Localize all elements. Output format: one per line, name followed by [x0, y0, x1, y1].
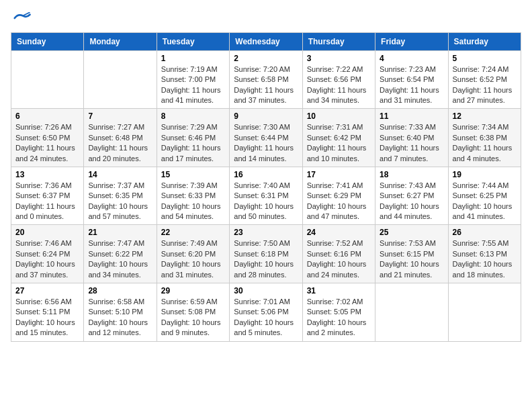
- day-sunrise: Sunrise: 7:40 AM: [234, 181, 290, 189]
- calendar-cell: 30 Sunrise: 7:01 AM Sunset: 5:06 PM Dayl…: [230, 283, 302, 342]
- day-sunrise: Sunrise: 7:29 AM: [161, 123, 218, 131]
- day-number: 24: [307, 228, 371, 237]
- day-number: 7: [88, 111, 152, 121]
- day-number: 23: [234, 228, 298, 237]
- day-number: 11: [380, 111, 443, 121]
- day-sunset: Sunset: 6:58 PM: [234, 75, 288, 83]
- calendar-cell: 1 Sunrise: 7:19 AM Sunset: 7:00 PM Dayli…: [157, 50, 229, 109]
- day-number: 5: [453, 54, 517, 63]
- calendar-cell: 21 Sunrise: 7:47 AM Sunset: 6:22 PM Dayl…: [84, 225, 157, 283]
- day-number: 3: [307, 54, 371, 63]
- day-daylight: Daylight: 11 hours and 31 minutes.: [380, 86, 439, 104]
- calendar-week-row: 6 Sunrise: 7:26 AM Sunset: 6:50 PM Dayli…: [11, 109, 521, 167]
- day-daylight: Daylight: 10 hours and 41 minutes.: [453, 202, 513, 220]
- day-sunrise: Sunrise: 7:47 AM: [88, 239, 144, 247]
- calendar-day-header: Tuesday: [157, 32, 229, 50]
- day-sunrise: Sunrise: 7:26 AM: [15, 123, 72, 131]
- day-number: 20: [15, 228, 79, 237]
- day-daylight: Daylight: 11 hours and 34 minutes.: [307, 86, 367, 104]
- day-sunrise: Sunrise: 6:56 AM: [15, 298, 72, 306]
- day-sunrise: Sunrise: 7:30 AM: [234, 123, 290, 131]
- day-sunrise: Sunrise: 7:20 AM: [234, 65, 290, 73]
- day-daylight: Daylight: 11 hours and 14 minutes.: [234, 144, 294, 162]
- calendar-cell: 15 Sunrise: 7:39 AM Sunset: 6:33 PM Dayl…: [157, 167, 229, 225]
- day-sunrise: Sunrise: 7:52 AM: [307, 239, 363, 247]
- logo-general: [11, 11, 32, 24]
- day-sunrise: Sunrise: 7:50 AM: [234, 239, 290, 247]
- day-sunrise: Sunrise: 6:59 AM: [161, 298, 218, 306]
- day-daylight: Daylight: 11 hours and 27 minutes.: [453, 86, 513, 104]
- calendar-day-header: Monday: [84, 32, 157, 50]
- day-sunset: Sunset: 6:56 PM: [307, 75, 361, 83]
- day-number: 21: [88, 228, 152, 237]
- day-number: 2: [234, 54, 298, 63]
- day-daylight: Daylight: 11 hours and 4 minutes.: [453, 144, 513, 162]
- day-sunrise: Sunrise: 7:37 AM: [88, 181, 144, 189]
- day-sunrise: Sunrise: 7:53 AM: [380, 239, 436, 247]
- day-daylight: Daylight: 10 hours and 28 minutes.: [234, 260, 294, 278]
- day-sunset: Sunset: 6:35 PM: [88, 191, 142, 199]
- calendar-cell: 14 Sunrise: 7:37 AM Sunset: 6:35 PM Dayl…: [84, 167, 157, 225]
- day-daylight: Daylight: 11 hours and 0 minutes.: [15, 202, 75, 220]
- calendar-cell: 8 Sunrise: 7:29 AM Sunset: 6:46 PM Dayli…: [157, 109, 229, 167]
- day-sunset: Sunset: 5:05 PM: [307, 308, 361, 316]
- calendar-header-row: SundayMondayTuesdayWednesdayThursdayFrid…: [11, 32, 521, 50]
- calendar-cell: 23 Sunrise: 7:50 AM Sunset: 6:18 PM Dayl…: [230, 225, 302, 283]
- day-sunset: Sunset: 6:33 PM: [161, 191, 216, 199]
- day-daylight: Daylight: 11 hours and 17 minutes.: [161, 144, 221, 162]
- day-daylight: Daylight: 10 hours and 47 minutes.: [307, 202, 367, 220]
- day-sunset: Sunset: 6:40 PM: [380, 134, 434, 142]
- day-sunset: Sunset: 6:16 PM: [307, 250, 361, 258]
- day-sunset: Sunset: 6:44 PM: [234, 134, 288, 142]
- day-sunrise: Sunrise: 7:36 AM: [15, 181, 72, 189]
- calendar-cell: 11 Sunrise: 7:33 AM Sunset: 6:40 PM Dayl…: [375, 109, 448, 167]
- calendar-cell: 25 Sunrise: 7:53 AM Sunset: 6:15 PM Dayl…: [375, 225, 448, 283]
- day-sunset: Sunset: 6:20 PM: [161, 250, 216, 258]
- day-number: 10: [307, 111, 371, 121]
- calendar-week-row: 27 Sunrise: 6:56 AM Sunset: 5:11 PM Dayl…: [11, 283, 521, 342]
- day-daylight: Daylight: 10 hours and 44 minutes.: [380, 202, 439, 220]
- calendar-cell: 20 Sunrise: 7:46 AM Sunset: 6:24 PM Dayl…: [11, 225, 84, 283]
- calendar-day-header: Wednesday: [230, 32, 302, 50]
- day-sunrise: Sunrise: 6:58 AM: [88, 298, 144, 306]
- day-daylight: Daylight: 10 hours and 54 minutes.: [161, 202, 221, 220]
- calendar-week-row: 1 Sunrise: 7:19 AM Sunset: 7:00 PM Dayli…: [11, 50, 521, 109]
- calendar-cell: [84, 50, 157, 109]
- calendar-cell: 24 Sunrise: 7:52 AM Sunset: 6:16 PM Dayl…: [302, 225, 375, 283]
- day-daylight: Daylight: 11 hours and 7 minutes.: [380, 144, 439, 162]
- calendar-cell: 9 Sunrise: 7:30 AM Sunset: 6:44 PM Dayli…: [230, 109, 302, 167]
- calendar-cell: 22 Sunrise: 7:49 AM Sunset: 6:20 PM Dayl…: [157, 225, 229, 283]
- calendar-cell: 16 Sunrise: 7:40 AM Sunset: 6:31 PM Dayl…: [230, 167, 302, 225]
- day-sunset: Sunset: 5:10 PM: [88, 308, 142, 316]
- day-daylight: Daylight: 11 hours and 20 minutes.: [88, 144, 148, 162]
- day-number: 17: [307, 170, 371, 179]
- calendar-day-header: Saturday: [448, 32, 521, 50]
- page-header: [11, 11, 521, 24]
- day-number: 14: [88, 170, 152, 179]
- day-daylight: Daylight: 10 hours and 2 minutes.: [307, 318, 367, 336]
- day-number: 25: [380, 228, 443, 237]
- day-sunset: Sunset: 6:29 PM: [307, 191, 361, 199]
- calendar-cell: 26 Sunrise: 7:55 AM Sunset: 6:13 PM Dayl…: [448, 225, 521, 283]
- day-sunrise: Sunrise: 7:31 AM: [307, 123, 363, 131]
- day-number: 30: [234, 286, 298, 295]
- day-sunrise: Sunrise: 7:43 AM: [380, 181, 436, 189]
- day-number: 31: [307, 286, 371, 295]
- day-sunset: Sunset: 5:11 PM: [15, 308, 70, 316]
- logo-text-block: [11, 11, 32, 24]
- day-sunset: Sunset: 7:00 PM: [161, 75, 216, 83]
- day-daylight: Daylight: 10 hours and 18 minutes.: [453, 260, 513, 278]
- day-sunset: Sunset: 6:48 PM: [88, 134, 142, 142]
- day-sunset: Sunset: 6:24 PM: [15, 250, 70, 258]
- day-sunrise: Sunrise: 7:23 AM: [380, 65, 436, 73]
- day-sunset: Sunset: 6:18 PM: [234, 250, 288, 258]
- day-number: 26: [453, 228, 517, 237]
- calendar-cell: 6 Sunrise: 7:26 AM Sunset: 6:50 PM Dayli…: [11, 109, 84, 167]
- day-sunrise: Sunrise: 7:02 AM: [307, 298, 363, 306]
- day-number: 15: [161, 170, 225, 179]
- day-daylight: Daylight: 11 hours and 41 minutes.: [161, 86, 221, 104]
- day-daylight: Daylight: 10 hours and 21 minutes.: [380, 260, 439, 278]
- day-daylight: Daylight: 10 hours and 24 minutes.: [307, 260, 367, 278]
- day-daylight: Daylight: 10 hours and 9 minutes.: [161, 318, 221, 336]
- calendar-cell: 19 Sunrise: 7:44 AM Sunset: 6:25 PM Dayl…: [448, 167, 521, 225]
